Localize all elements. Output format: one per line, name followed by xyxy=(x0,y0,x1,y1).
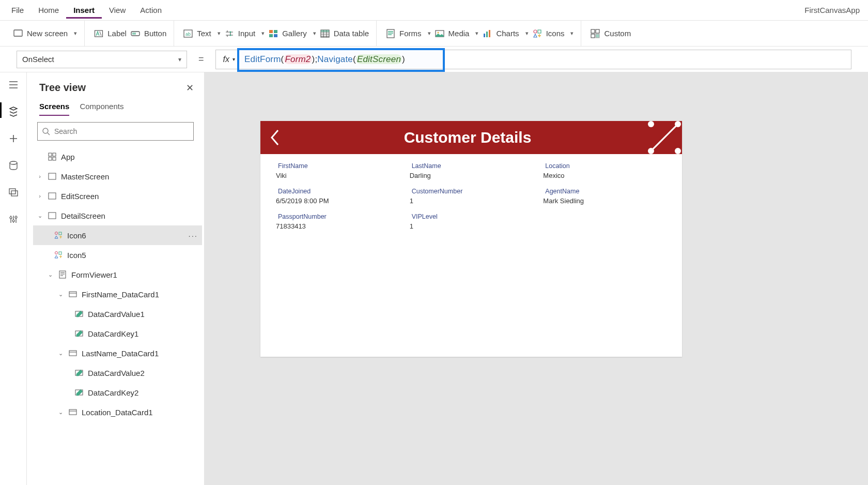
ribbon-charts[interactable]: Charts ▾ xyxy=(483,29,528,38)
tab-screens[interactable]: Screens xyxy=(39,99,69,116)
svg-rect-23 xyxy=(596,29,599,33)
tree-formviewer-label: FormViewer1 xyxy=(71,270,117,279)
tree-view-icon[interactable] xyxy=(7,105,20,118)
screen-detailscreen[interactable]: Customer Details FirstName Viki LastName xyxy=(260,121,682,357)
tab-components[interactable]: Components xyxy=(80,99,123,116)
ribbon-input[interactable]: Input ▾ xyxy=(225,29,265,38)
svg-rect-0 xyxy=(14,30,22,36)
ribbon-media-label: Media xyxy=(448,29,470,38)
svg-rect-25 xyxy=(596,34,599,38)
hamburger-icon[interactable] xyxy=(7,79,20,91)
back-icon[interactable] xyxy=(260,127,289,148)
ribbon-text-label: Text xyxy=(197,29,211,38)
selection-handles[interactable] xyxy=(649,122,680,153)
ribbon-icons-label: Icons xyxy=(546,29,565,38)
more-icon[interactable]: ··· xyxy=(188,231,198,240)
ribbon-media[interactable]: Media ▾ xyxy=(435,29,479,38)
tree-detailscreen[interactable]: ⌄ DetailScreen xyxy=(33,206,202,225)
property-dropdown[interactable]: OnSelect ▾ xyxy=(17,51,187,68)
collapse-icon[interactable]: ⌄ xyxy=(57,291,64,298)
tree: App › MasterScreen › EditScreen ⌄ Detail… xyxy=(27,147,204,485)
menu-insert[interactable]: Insert xyxy=(66,2,102,19)
menu-view[interactable]: View xyxy=(102,2,133,19)
expand-icon[interactable]: › xyxy=(36,173,43,179)
svg-rect-36 xyxy=(53,157,56,160)
ribbon-icons[interactable]: Icons ▾ xyxy=(533,29,574,38)
menu-action[interactable]: Action xyxy=(133,2,169,19)
svg-point-30 xyxy=(12,220,14,222)
menu-file[interactable]: File xyxy=(4,2,31,19)
tree-dcv2-label: DataCardValue2 xyxy=(88,369,145,377)
tree-icon6[interactable]: Icon6 ··· xyxy=(33,225,202,245)
formula-input[interactable]: EditForm(Form2);Navigate(EditScreen) xyxy=(240,53,407,66)
fx-button[interactable]: fx ▾ xyxy=(216,55,240,64)
tree-app[interactable]: App xyxy=(33,147,202,166)
menu-bar: File Home Insert View Action FirstCanvas… xyxy=(0,0,868,21)
ribbon-button[interactable]: Button xyxy=(131,29,166,38)
tree-fncard-label: FirstName_DataCard1 xyxy=(82,290,159,299)
forms-icon xyxy=(386,29,395,38)
ribbon-custom[interactable]: Custom xyxy=(591,29,631,38)
search-icon xyxy=(42,127,50,135)
ribbon-gallery-label: Gallery xyxy=(282,29,307,38)
svg-rect-51 xyxy=(69,410,76,415)
tree-lastname-card[interactable]: ⌄ LastName_DataCard1 xyxy=(33,343,202,363)
search-box[interactable] xyxy=(37,122,194,141)
tree-dck1[interactable]: DataCardKey1 xyxy=(33,324,202,343)
ribbon-forms[interactable]: Forms ▾ xyxy=(386,29,431,38)
insert-icon[interactable] xyxy=(7,132,20,145)
ribbon-text[interactable]: ab Text ▾ xyxy=(183,29,221,38)
tree-formviewer[interactable]: ⌄ FormViewer1 xyxy=(33,265,202,284)
chevron-down-icon: ▾ xyxy=(570,30,574,37)
collapse-icon[interactable]: ⌄ xyxy=(36,213,43,219)
field-customernumber: CustomerNumber 1 xyxy=(410,186,533,209)
tree-editscreen[interactable]: › EditScreen xyxy=(33,186,202,206)
svg-rect-38 xyxy=(49,193,56,199)
field-datejoined: DateJoined 6/5/2019 8:00 PM xyxy=(276,186,399,209)
field-label: LastName xyxy=(410,160,533,171)
tree-dck2[interactable]: DataCardKey2 xyxy=(33,383,202,402)
chevron-down-icon: ▾ xyxy=(428,30,431,37)
svg-rect-41 xyxy=(59,232,61,235)
ribbon-gallery[interactable]: Gallery ▾ xyxy=(269,29,316,38)
svg-point-16 xyxy=(437,32,439,33)
tree-edit-label: EditScreen xyxy=(61,192,99,201)
collapse-icon[interactable]: ⌄ xyxy=(57,350,64,357)
field-label: FirstName xyxy=(276,160,399,171)
advanced-icon[interactable] xyxy=(7,213,20,225)
expand-icon[interactable]: › xyxy=(36,193,43,199)
svg-rect-8 xyxy=(269,30,273,33)
canvas[interactable]: Customer Details FirstName Viki LastName xyxy=(205,72,868,485)
tree-dcv1[interactable]: DataCardValue1 xyxy=(33,304,202,324)
field-value: Darling xyxy=(410,171,533,184)
tree-location-card[interactable]: ⌄ Location_DataCard1 xyxy=(33,402,202,422)
ribbon-datatable[interactable]: Data table xyxy=(320,29,369,38)
collapse-icon[interactable]: ⌄ xyxy=(57,409,64,416)
menu-home[interactable]: Home xyxy=(31,2,66,19)
formula-fn1: EditForm xyxy=(244,54,281,64)
svg-rect-48 xyxy=(69,351,76,356)
ribbon-label[interactable]: Label xyxy=(94,29,127,38)
tree-firstname-card[interactable]: ⌄ FirstName_DataCard1 xyxy=(33,284,202,304)
left-rail xyxy=(0,72,27,485)
search-input[interactable] xyxy=(54,127,189,135)
tree-dcv2[interactable]: DataCardValue2 xyxy=(33,363,202,383)
media-rail-icon[interactable] xyxy=(7,186,20,199)
tree-icon5[interactable]: Icon5 xyxy=(33,245,202,265)
ribbon-new-screen[interactable]: New screen ▾ xyxy=(13,29,77,38)
data-icon[interactable] xyxy=(7,159,20,172)
card-icon xyxy=(68,290,78,299)
tree-masterscreen[interactable]: › MasterScreen xyxy=(33,166,202,186)
svg-point-20 xyxy=(534,30,537,33)
ribbon-button-text: Button xyxy=(144,29,166,38)
label-icon xyxy=(94,29,103,38)
svg-rect-43 xyxy=(59,252,61,254)
svg-rect-28 xyxy=(11,191,18,196)
custom-icon xyxy=(591,29,600,38)
close-icon[interactable]: ✕ xyxy=(186,82,194,94)
text-icon: ab xyxy=(183,29,193,38)
field-label: Location xyxy=(543,160,667,171)
collapse-icon[interactable]: ⌄ xyxy=(47,271,54,278)
svg-rect-44 xyxy=(59,271,66,278)
equals-sign: = xyxy=(194,54,208,65)
